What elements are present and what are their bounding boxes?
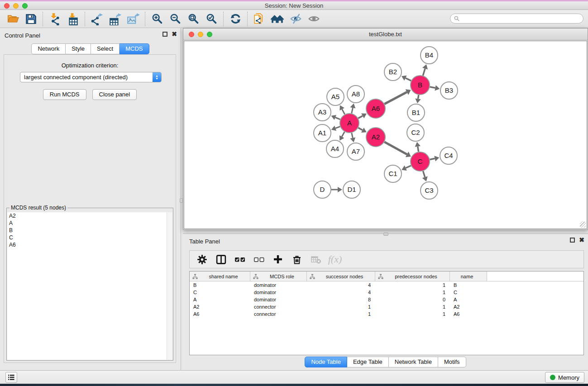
edge-B-B2[interactable] — [406, 78, 411, 81]
import-network-button[interactable] — [46, 11, 64, 27]
table-cell[interactable]: A6 — [190, 311, 250, 317]
refresh-layout-button[interactable] — [226, 11, 244, 27]
edge-A2-C[interactable] — [384, 142, 407, 154]
edge-A-A2[interactable] — [358, 128, 362, 130]
search-field[interactable] — [450, 14, 583, 24]
mcds-result-item[interactable]: A6 — [7, 241, 172, 248]
delete-column-button[interactable] — [288, 252, 306, 267]
table-cell[interactable]: A6 — [450, 311, 487, 317]
tab-node-table[interactable]: Node Table — [305, 357, 347, 367]
table-cell[interactable]: dominator — [250, 290, 307, 295]
table-cell[interactable]: dominator — [250, 282, 307, 288]
resize-grip-icon[interactable] — [580, 222, 586, 228]
edge-B-B3[interactable] — [430, 87, 435, 88]
edge-A-A4[interactable] — [342, 132, 344, 137]
edge-C-C2[interactable] — [418, 147, 419, 152]
export-table-button[interactable] — [106, 11, 124, 27]
table-cell[interactable]: B — [450, 282, 487, 288]
memory-button[interactable]: Memory — [545, 372, 584, 383]
edge-A-A3[interactable] — [335, 118, 340, 119]
import-table-button[interactable] — [64, 11, 82, 27]
home-button[interactable] — [268, 11, 287, 27]
save-session-button[interactable] — [22, 11, 40, 27]
float-panel-icon[interactable] — [163, 32, 167, 37]
export-network-button[interactable] — [88, 11, 106, 27]
task-history-button[interactable] — [5, 372, 17, 383]
table-cell[interactable]: 1 — [375, 304, 450, 310]
close-panel-icon[interactable]: ✖ — [172, 32, 177, 37]
edge-A-A8[interactable] — [352, 108, 353, 113]
mcds-result-item[interactable]: A — [7, 219, 172, 227]
network-canvas[interactable]: B4B2BB3A5A8A6A3B1AA1C2A2A4A7C4CC1DD1C3 — [184, 41, 587, 229]
export-image-button[interactable] — [124, 11, 142, 27]
column-header-shared-name[interactable]: shared name — [190, 272, 250, 281]
table-settings-button[interactable] — [193, 252, 210, 267]
deselect-all-rows-button[interactable] — [250, 252, 268, 267]
column-header-predecessor-nodes[interactable]: predecessor nodes — [375, 272, 450, 281]
table-cell[interactable]: 4 — [307, 290, 375, 295]
mcds-result-list[interactable]: A2ABCA6 — [7, 212, 172, 360]
column-header-MCDS-role[interactable]: MCDS role — [250, 272, 307, 281]
edge-B-B4[interactable] — [423, 69, 425, 76]
mcds-result-item[interactable]: B — [7, 227, 172, 234]
show-hide-button[interactable] — [305, 11, 323, 27]
table-cell[interactable]: 4 — [307, 282, 375, 288]
table-cell[interactable]: C — [450, 290, 487, 295]
tab-motifs[interactable]: Motifs — [438, 357, 466, 367]
table-row[interactable]: Bdominator41B — [190, 281, 583, 289]
table-row[interactable]: Adominator80A — [190, 296, 583, 303]
table-cell[interactable]: 8 — [307, 297, 375, 302]
table-cell[interactable]: 0 — [375, 297, 450, 302]
network-window-titlebar[interactable]: testGlobe.txt — [183, 29, 588, 40]
toggle-style-button[interactable] — [287, 11, 305, 27]
tab-network-table[interactable]: Network Table — [389, 357, 438, 367]
tab-select[interactable]: Select — [91, 43, 120, 54]
table-cell[interactable]: connector — [250, 304, 307, 310]
add-column-button[interactable] — [269, 252, 287, 267]
edge-C-C3[interactable] — [423, 171, 425, 177]
table-cell[interactable]: 1 — [375, 282, 450, 288]
table-cell[interactable]: B — [190, 282, 250, 288]
select-all-rows-button[interactable] — [231, 252, 249, 267]
zoom-fit-button[interactable] — [184, 11, 202, 27]
edge-C-C4[interactable] — [430, 158, 435, 159]
table-cell[interactable]: dominator — [250, 297, 307, 302]
splitter-handle[interactable] — [180, 198, 183, 203]
edge-A-A5[interactable] — [342, 109, 345, 114]
table-cell[interactable]: 1 — [307, 311, 375, 317]
table-row[interactable]: Cdominator41C — [190, 289, 583, 296]
zoom-out-button[interactable] — [166, 11, 184, 27]
run-mcds-button[interactable]: Run MCDS — [43, 89, 86, 100]
close-panel-button[interactable]: Close panel — [92, 89, 137, 100]
close-panel-icon[interactable]: ✖ — [579, 238, 584, 243]
edge-A-A7[interactable] — [352, 133, 353, 138]
table-cell[interactable]: A — [450, 297, 487, 302]
table-cell[interactable]: connector — [250, 311, 307, 317]
edge-C-C1[interactable] — [406, 166, 411, 168]
tab-network[interactable]: Network — [31, 43, 66, 54]
edge-A6-B[interactable] — [384, 92, 406, 104]
column-header-name[interactable]: name — [450, 272, 487, 281]
edge-B-B1[interactable] — [418, 95, 419, 99]
table-row[interactable]: A6connector11A6 — [190, 310, 583, 318]
search-input[interactable] — [460, 15, 583, 22]
open-file-button[interactable] — [4, 11, 22, 27]
network-file-button[interactable] — [250, 11, 268, 27]
tab-style[interactable]: Style — [66, 43, 91, 54]
float-panel-icon[interactable] — [570, 238, 575, 243]
scrollbar[interactable] — [167, 212, 172, 360]
table-cell[interactable]: C — [190, 290, 250, 295]
table-cell[interactable]: 1 — [375, 290, 450, 295]
node-table[interactable]: shared nameMCDS rolesuccessor nodesprede… — [189, 271, 584, 355]
mcds-result-item[interactable]: C — [7, 234, 172, 241]
column-header-successor-nodes[interactable]: successor nodes — [307, 272, 375, 281]
criterion-dropdown[interactable]: largest connected component (directed) ▲… — [20, 72, 162, 82]
table-cell[interactable]: A2 — [450, 304, 487, 310]
edge-A-A6[interactable] — [358, 116, 363, 118]
tab-edge-table[interactable]: Edge Table — [347, 357, 389, 367]
table-cell[interactable]: A — [190, 297, 250, 302]
column-view-button[interactable] — [212, 252, 229, 267]
edge-A-A1[interactable] — [335, 127, 340, 129]
zoom-in-button[interactable] — [148, 11, 166, 27]
zoom-selected-button[interactable] — [202, 11, 220, 27]
